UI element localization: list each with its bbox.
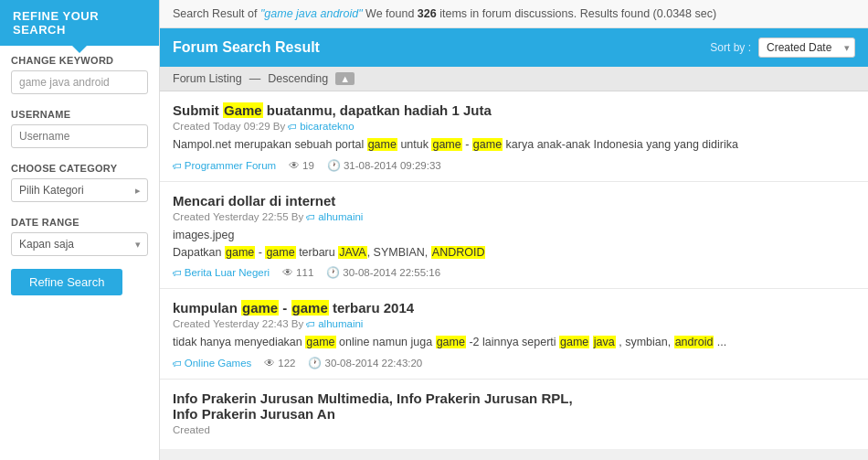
result-meta: Created Yesterday 22:43 By alhumaini [173, 318, 855, 329]
eye-icon: 👁 [264, 357, 275, 369]
result-author[interactable]: bicaratekno [288, 121, 354, 132]
result-views: 👁 19 [289, 159, 314, 172]
date-range-label: DATE RANGE [11, 217, 148, 228]
refine-search-button[interactable]: Refine Search [11, 269, 122, 295]
snippet-highlight: game [431, 138, 461, 151]
snippet-text: karya anak-anak Indonesia yang yang didi… [503, 138, 738, 151]
sidebar-header-label: REFINE YOUR SEARCH [13, 9, 99, 37]
snippet-highlight: game [225, 246, 255, 259]
result-title: Submit Game buatanmu, dapatkan hadiah 1 … [173, 102, 855, 118]
snippet-highlight: game [472, 138, 503, 151]
snippet-text: - [255, 246, 265, 259]
result-item: kumpulan game - game terbaru 2014 Create… [160, 289, 868, 380]
snippet-text: , symbian, [616, 336, 674, 348]
snippet-highlight: android [674, 336, 715, 348]
snippet-highlight: game [436, 336, 466, 348]
result-date: 🕐30-08-2014 22:55:16 [326, 266, 440, 279]
snippet-text: online namun juga [336, 336, 436, 348]
result-title: Mencari dollar di internet [173, 193, 855, 209]
listing-text: Forum Listing [173, 72, 242, 85]
category-label: CHOOSE CATEGORY [11, 163, 148, 174]
topbar-query: "game java android" [260, 7, 363, 20]
result-meta: Created [173, 424, 855, 435]
highlight-text: game [291, 300, 329, 316]
snippet-text: ... [714, 336, 726, 348]
date-range-section: DATE RANGE Kapan saja [0, 208, 159, 262]
listing-order: Descending [268, 72, 328, 85]
listing-sort-icon[interactable]: ▲ [335, 72, 355, 85]
username-input[interactable] [11, 124, 148, 148]
topbar-suffix: items in forum discussions. Results foun… [437, 7, 716, 20]
topbar-found-text: We found [363, 7, 418, 20]
username-label: USERNAME [11, 109, 148, 120]
result-meta-created: Created Yesterday 22:43 By [173, 318, 306, 329]
snippet-highlight: game [305, 336, 335, 348]
result-footer: Programmer Forum👁 19🕐31-08-2014 09:29:33 [173, 159, 855, 172]
topbar-prefix: Search Result of [173, 7, 260, 20]
clock-icon: 🕐 [327, 159, 341, 172]
clock-icon: 🕐 [326, 266, 340, 279]
snippet-highlight: game [367, 138, 397, 151]
result-snippet: Nampol.net merupakan sebuah portal game … [173, 136, 855, 154]
result-item: Mencari dollar di internet Created Yeste… [160, 182, 868, 290]
snippet-highlight: java [593, 336, 616, 348]
snippet-text: terbaru [296, 246, 339, 259]
sort-label: Sort by : [710, 41, 751, 54]
snippet-highlight: game [559, 336, 589, 348]
result-date: 🕐31-08-2014 09:29:33 [327, 159, 441, 172]
results-header: Forum Search Result Sort by : Created Da… [160, 28, 868, 67]
topbar-count: 326 [418, 7, 437, 20]
result-meta: Created Yesterday 22:55 By alhumaini [173, 211, 855, 222]
result-views: 👁 111 [282, 266, 313, 279]
result-category[interactable]: Programmer Forum [173, 160, 276, 171]
listing-bar: Forum Listing — Descending ▲ [160, 67, 868, 91]
title-text: terbaru 2014 [329, 300, 414, 316]
clock-icon: 🕐 [308, 357, 322, 369]
listing-separator: — [249, 72, 261, 85]
category-select[interactable]: Pilih Kategori [11, 178, 148, 202]
main-content: Search Result of "game java android" We … [160, 0, 868, 460]
snippet-highlight: game [265, 246, 295, 259]
result-category[interactable]: Berita Luar Negeri [173, 267, 270, 278]
keyword-section: CHANGE KEYWORD [0, 46, 159, 100]
result-author[interactable]: alhumaini [306, 211, 363, 222]
result-snippet: images.jpeg Dapatkan game - game terbaru… [173, 227, 855, 262]
eye-icon: 👁 [282, 266, 293, 279]
result-meta: Created Today 09:29 By bicaratekno [173, 121, 855, 132]
result-title: Info Prakerin Jurusan Multimedia, Info P… [173, 390, 855, 422]
snippet-highlight: JAVA [338, 246, 366, 259]
category-section: CHOOSE CATEGORY Pilih Kategori [0, 154, 159, 208]
sort-bar: Sort by : Created Date [710, 37, 855, 58]
sort-select-wrapper: Created Date [758, 37, 855, 58]
result-meta-created: Created Yesterday 22:55 By [173, 211, 306, 222]
title-text: kumpulan [173, 300, 241, 316]
result-views: 👁 122 [264, 357, 295, 369]
snippet-text: untuk [397, 138, 432, 151]
results-list: Submit Game buatanmu, dapatkan hadiah 1 … [160, 91, 868, 449]
title-text: Mencari dollar di internet [173, 193, 335, 209]
results-title: Forum Search Result [173, 39, 320, 56]
snippet-highlight: ANDROID [431, 246, 486, 259]
result-author[interactable]: alhumaini [306, 318, 363, 329]
snippet-text: -2 lainnya seperti [466, 336, 559, 348]
highlight-text: game [241, 300, 279, 316]
result-footer: Berita Luar Negeri👁 111🕐30-08-2014 22:55… [173, 266, 855, 279]
keyword-input[interactable] [11, 70, 148, 94]
date-range-select[interactable]: Kapan saja [11, 232, 148, 256]
result-title: kumpulan game - game terbaru 2014 [173, 300, 855, 316]
result-item: Info Prakerin Jurusan Multimedia, Info P… [160, 380, 868, 449]
result-item: Submit Game buatanmu, dapatkan hadiah 1 … [160, 91, 868, 182]
category-select-wrapper: Pilih Kategori [11, 178, 148, 202]
keyword-label: CHANGE KEYWORD [11, 55, 148, 66]
username-section: USERNAME [0, 100, 159, 154]
snippet-text: - [462, 138, 472, 151]
title-text: - [279, 300, 291, 316]
result-category[interactable]: Online Games [173, 358, 251, 369]
snippet-text: tidak hanya menyediakan [173, 336, 305, 348]
result-meta-created: Created Today 09:29 By [173, 121, 288, 132]
title-text: Info Prakerin Jurusan Multimedia, Info P… [173, 390, 573, 422]
sort-select[interactable]: Created Date [758, 37, 855, 58]
highlight-text: Game [223, 102, 263, 118]
sidebar: REFINE YOUR SEARCH CHANGE KEYWORD USERNA… [0, 0, 160, 460]
result-meta-created: Created [173, 424, 210, 435]
